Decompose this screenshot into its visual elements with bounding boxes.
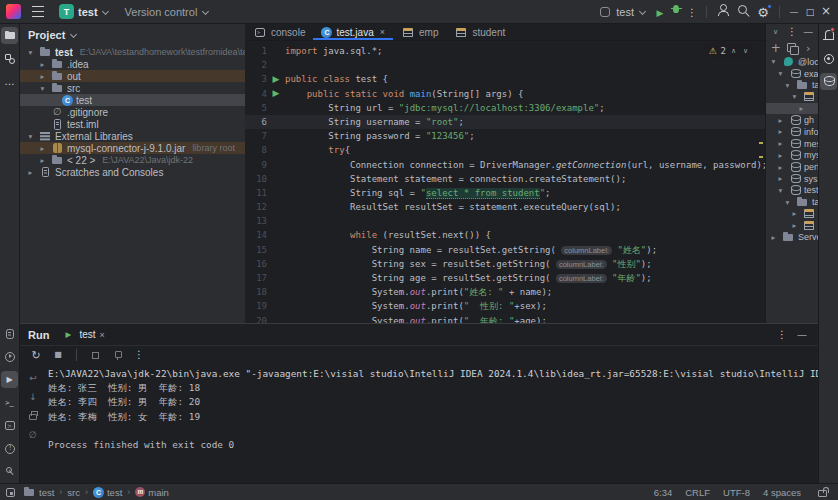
tree-item-test[interactable]: Ctest (20, 94, 245, 106)
breadcrumb-item-main[interactable]: mmain (135, 487, 169, 498)
run-tab-test[interactable]: ▶ test × (61, 328, 104, 342)
topbar-settings-button[interactable]: ⚙ (753, 3, 773, 23)
tool-window-button-run-strip[interactable]: ▶ (1, 371, 18, 388)
expand-icon[interactable]: ▸ (776, 151, 785, 160)
run-line-button[interactable]: ▶ (267, 72, 285, 86)
console-print-button[interactable] (25, 408, 41, 424)
expand-icon[interactable]: ▸ (776, 163, 785, 172)
run-rerun-button[interactable]: ↻ (28, 347, 44, 363)
collapse-icon[interactable]: ▾ (26, 48, 35, 57)
tree-item-idea[interactable]: ▸.idea (20, 58, 245, 70)
next-problem-icon[interactable]: ∨ (741, 44, 750, 58)
tree-item-item[interactable]: ▸ (766, 220, 818, 232)
tool-window-button-commit[interactable] (1, 325, 18, 342)
collapse-icon[interactable]: ▾ (769, 57, 778, 66)
expand-icon[interactable]: ▸ (776, 139, 785, 148)
breadcrumb-item-test[interactable]: Ctest (93, 487, 122, 498)
expand-icon[interactable]: ▸ (776, 174, 785, 183)
main-menu-button[interactable] (28, 2, 48, 22)
database-chev-down-button[interactable]: ∨ (768, 24, 783, 40)
tree-item-src[interactable]: ▾src (20, 82, 245, 94)
tool-window-button-more-h[interactable]: … (1, 73, 18, 90)
collapse-icon[interactable]: ▾ (790, 92, 799, 101)
warning-stripe-mark[interactable] (759, 156, 763, 158)
run-restore-layout-button[interactable] (87, 347, 103, 363)
tool-window-button-python-console[interactable] (1, 394, 18, 411)
tool-window-button-ai[interactable] (820, 50, 837, 67)
topbar-more-button[interactable]: ⋮ (684, 5, 700, 21)
collapse-icon[interactable]: ▾ (783, 81, 792, 90)
run-line-button[interactable]: ▶ (267, 87, 285, 101)
topbar-debug-button[interactable] (668, 1, 684, 17)
expand-icon[interactable]: ▸ (790, 209, 799, 218)
tab-emp[interactable]: emp (393, 24, 446, 40)
tree-item-mysql-connector-j-9-1-0-jar[interactable]: ▸mysql-connector-j-9.1.0.jarlibrary root (20, 142, 245, 154)
window-close-button[interactable]: × (818, 3, 834, 19)
run-more-button[interactable]: ⋮ (131, 347, 147, 363)
run-config-widget[interactable]: test (594, 3, 650, 21)
tree-item-scratches-and-consoles[interactable]: ▸Scratches and Consoles (20, 166, 245, 178)
run-pin-button[interactable] (109, 347, 125, 363)
inspections-widget[interactable]: ⚠ 2 ∧ ∨ (705, 43, 753, 59)
tree-item-out[interactable]: ▸out (20, 70, 245, 82)
tool-window-button-problems[interactable] (1, 440, 18, 457)
tool-window-button-project-tool[interactable] (1, 27, 18, 44)
expand-icon[interactable]: ▸ (26, 168, 35, 177)
expand-icon[interactable]: ▸ (790, 221, 799, 230)
tool-window-button-notifications[interactable] (820, 27, 837, 44)
expand-icon[interactable]: ▸ (769, 233, 778, 242)
tree-item-information-schema[interactable]: ▸information_schema (766, 126, 818, 138)
database-hide-button[interactable]: — (801, 24, 816, 40)
tab-console[interactable]: console (245, 24, 313, 40)
tree-item-test-iml[interactable]: test.iml (20, 118, 245, 130)
status-widget-6-34[interactable]: 6:34 (654, 487, 673, 498)
tree-item-sys[interactable]: ▸sys (766, 173, 818, 185)
expand-icon[interactable]: ▸ (776, 127, 785, 136)
tool-window-button-terminal[interactable] (1, 417, 18, 434)
expand-icon[interactable]: ▸ (776, 116, 785, 125)
expand-icon[interactable]: ▸ (797, 104, 806, 113)
status-widget-crlf[interactable]: CRLF (685, 487, 710, 498)
breadcrumb-item-test[interactable]: test (22, 485, 54, 499)
tree-item-tables[interactable]: ▾tables (766, 79, 818, 91)
expand-icon[interactable]: ▸ (38, 144, 47, 153)
database-forward-button[interactable]: › (801, 40, 816, 56)
file-lock-button[interactable] (814, 484, 830, 500)
tool-window-button-structure[interactable] (1, 50, 18, 67)
tree-item-performance-schema[interactable]: ▸performance_schema (766, 161, 818, 173)
collapse-icon[interactable]: ▾ (776, 69, 785, 78)
tree-item-mysql[interactable]: ▸mysql (766, 150, 818, 162)
tree-item-external-libraries[interactable]: ▾External Libraries (20, 130, 245, 142)
code-editor[interactable]: ⚠ 2 ∧ ∨ 1import java.sql.*;23▶public cla… (245, 41, 765, 323)
topbar-play-button[interactable]: ▶ (652, 6, 668, 22)
tree-item-item[interactable]: ▸ (766, 103, 818, 115)
tool-window-button-database[interactable] (820, 73, 837, 90)
tool-window-button-git-branch[interactable] (1, 463, 18, 480)
tree-item-gitignore[interactable]: ∅.gitignore (20, 106, 245, 118)
warning-stripe-mark[interactable] (759, 142, 763, 144)
tree-item-tables[interactable]: ▾tables (766, 196, 818, 208)
database-more-button[interactable]: ⋮ (784, 24, 799, 40)
database-dsprops-button[interactable] (784, 40, 799, 56)
project-widget[interactable]: T test (55, 2, 114, 21)
tree-item-test[interactable]: ▾test (766, 185, 818, 197)
close-icon[interactable]: × (100, 330, 105, 340)
console-clear-button[interactable]: ∅ (25, 427, 41, 443)
tree-item-localhost[interactable]: ▾@localhost (766, 56, 818, 68)
breadcrumb-item-src[interactable]: src (67, 487, 80, 498)
tree-item-server-objects[interactable]: ▸Server Objects (766, 231, 818, 243)
tab-test-java[interactable]: Ctest.java× (313, 24, 393, 40)
collapse-icon[interactable]: ▾ (776, 186, 785, 195)
tool-windows-button[interactable] (2, 484, 18, 500)
status-widget-utf-8[interactable]: UTF-8 (723, 487, 750, 498)
tree-item-student[interactable]: ▾student (766, 91, 818, 103)
database-plus-button[interactable]: + (768, 40, 783, 56)
collapse-icon[interactable]: ▾ (26, 132, 35, 141)
run-panel-more-button[interactable]: ⋮ (774, 327, 790, 343)
tree-item-item[interactable]: ▸ (766, 208, 818, 220)
window-maximize-button[interactable]: □ (802, 4, 818, 20)
topbar-search-button[interactable] (733, 0, 753, 20)
collapse-icon[interactable]: ▾ (38, 84, 47, 93)
vcs-widget[interactable]: Version control (121, 4, 214, 20)
prev-problem-icon[interactable]: ∧ (729, 44, 738, 58)
